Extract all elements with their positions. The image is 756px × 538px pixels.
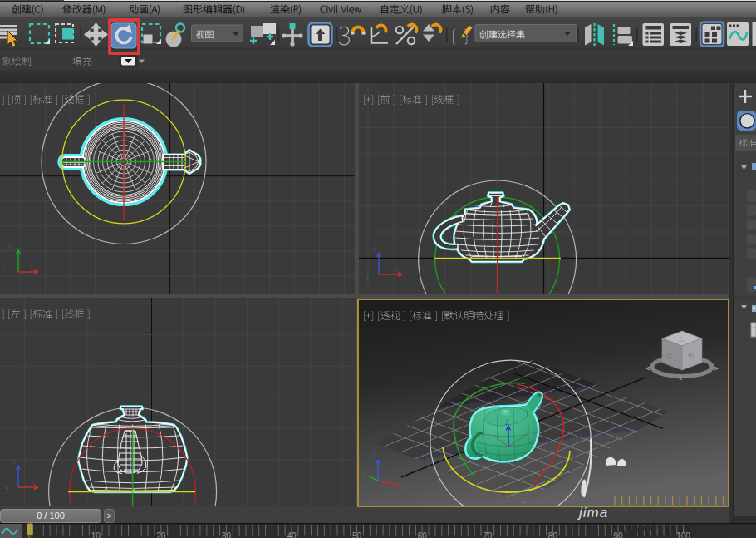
svg-text:80: 80 bbox=[548, 531, 558, 538]
svg-text:20: 20 bbox=[156, 531, 166, 538]
svg-text:10: 10 bbox=[91, 531, 101, 538]
svg-text:40: 40 bbox=[287, 531, 297, 538]
svg-text:100: 100 bbox=[676, 531, 690, 538]
svg-text:0: 0 bbox=[28, 531, 33, 538]
svg-text:70: 70 bbox=[483, 531, 493, 538]
svg-text:50: 50 bbox=[352, 531, 362, 538]
svg-text:90: 90 bbox=[613, 531, 623, 538]
svg-text:60: 60 bbox=[418, 531, 428, 538]
svg-text:30: 30 bbox=[222, 531, 232, 538]
